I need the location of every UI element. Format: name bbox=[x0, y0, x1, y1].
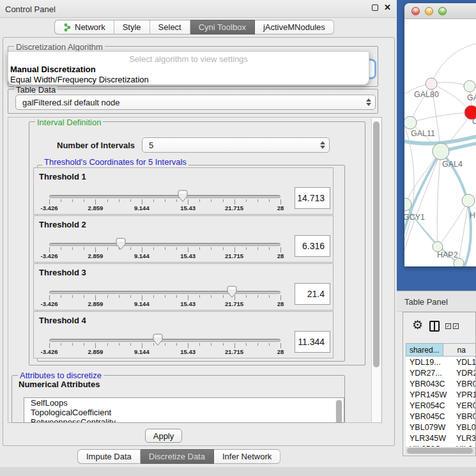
tick-label: 2.859 bbox=[88, 204, 104, 211]
table-row[interactable]: YBR043CYBR0 bbox=[406, 378, 476, 389]
tick-label: 2.859 bbox=[88, 348, 104, 355]
network-edge[interactable] bbox=[431, 43, 476, 84]
attribute-list-item[interactable]: BetweennessCentrality bbox=[24, 417, 344, 423]
table-data-group-title: Table Data bbox=[14, 85, 58, 95]
threshold-label: Threshold 2 bbox=[39, 220, 86, 229]
interval-definition-title: Interval Definition bbox=[35, 118, 103, 127]
slider-track[interactable] bbox=[49, 243, 280, 246]
tick-label: 9.144 bbox=[134, 300, 150, 307]
dropdown-item-manual[interactable]: Manual Discretization bbox=[10, 65, 96, 74]
combo-arrows-icon bbox=[366, 98, 371, 106]
threshold-label: Threshold 1 bbox=[39, 172, 86, 181]
app-window: Control Panel ✕ Network Style Select Cyn… bbox=[0, 0, 476, 476]
dropdown-item-equal-width[interactable]: Equal Width/Frequency Discretization bbox=[10, 75, 149, 84]
threshold-panel: Threshold 1-3.4262.8599.14415.4321.71528… bbox=[33, 167, 334, 215]
numerical-attributes-label: Numerical Attributes bbox=[19, 380, 100, 389]
table-row[interactable]: YDL19...YDL1 bbox=[406, 357, 476, 367]
table-row[interactable]: YLR345WYLR3 bbox=[406, 433, 476, 443]
threshold-value-field[interactable]: 14.713 bbox=[295, 187, 330, 209]
threshold-value-field[interactable]: 21.4 bbox=[295, 283, 330, 305]
attribute-list-item[interactable]: SelfLoops bbox=[24, 398, 344, 408]
checkbox-icon[interactable]: ✓ bbox=[445, 323, 451, 329]
table-toolbar: ⚙ ✓ ✓ bbox=[403, 312, 476, 341]
tick-label: 9.144 bbox=[134, 252, 150, 259]
num-intervals-combobox[interactable]: 5 bbox=[142, 137, 330, 153]
network-node[interactable] bbox=[462, 194, 475, 207]
slider-track[interactable] bbox=[49, 291, 280, 294]
tick-label: 9.144 bbox=[134, 348, 150, 355]
threshold-label: Threshold 3 bbox=[39, 268, 86, 277]
tab-jactivemnodules[interactable]: jActiveMNodules bbox=[255, 20, 334, 35]
tick-label: 28 bbox=[277, 204, 284, 211]
network-window-titlebar[interactable] bbox=[404, 3, 476, 19]
close-icon[interactable]: ✕ bbox=[384, 4, 391, 11]
tab-infer-network[interactable]: Infer Network bbox=[214, 449, 280, 464]
attributes-scrollbar[interactable] bbox=[335, 399, 342, 423]
table-row[interactable]: YDR27...YDR2 bbox=[406, 367, 476, 378]
apply-button[interactable]: Apply bbox=[145, 429, 182, 443]
table-panel-body: ⚙ ✓ ✓ shared... na YDL19...YDL1YDR27...Y… bbox=[403, 312, 476, 456]
tick-label: -3.426 bbox=[41, 300, 58, 307]
gear-icon[interactable]: ⚙ bbox=[412, 318, 423, 332]
network-edge[interactable] bbox=[441, 151, 471, 266]
slider-tick-labels: -3.4262.8599.14415.4321.71528 bbox=[49, 348, 280, 356]
threshold-value-field[interactable]: 11.344 bbox=[295, 331, 330, 353]
vertical-scrollbar-thumb[interactable] bbox=[373, 121, 380, 367]
tab-style[interactable]: Style bbox=[114, 20, 150, 35]
network-node-label: GCY1 bbox=[404, 213, 425, 222]
threshold-panel: Threshold 4-3.4262.8599.14415.4321.71528… bbox=[33, 311, 334, 358]
attribute-list-item[interactable]: TopologicalCoefficient bbox=[24, 408, 344, 417]
table-data-combo-value: galFiltered.sif default node bbox=[22, 98, 119, 107]
column-header-shared-name[interactable]: shared... bbox=[406, 343, 443, 357]
network-edge[interactable] bbox=[459, 201, 468, 263]
column-layout-icon[interactable] bbox=[429, 321, 440, 332]
network-node[interactable] bbox=[433, 143, 449, 160]
network-edge[interactable] bbox=[410, 112, 472, 123]
network-node[interactable] bbox=[426, 78, 437, 89]
checkbox-icon[interactable]: ✓ bbox=[453, 323, 459, 329]
network-node[interactable] bbox=[464, 81, 475, 92]
tab-cyni-toolbox[interactable]: Cyni Toolbox bbox=[190, 20, 255, 35]
slider-tick-labels: -3.4262.8599.14415.4321.71528 bbox=[49, 300, 280, 308]
table-panel-header: Table Panel bbox=[397, 291, 476, 312]
zoom-traffic-light[interactable] bbox=[438, 7, 447, 15]
column-header-name[interactable]: na bbox=[443, 343, 476, 357]
horizontal-scrollbar-thumb[interactable] bbox=[407, 448, 473, 454]
table-row[interactable]: YIL052CYIL0 bbox=[406, 443, 476, 447]
network-view-background: GAL80GACGAL11GAL4GCY1HHAP2 bbox=[397, 0, 476, 291]
network-edge[interactable] bbox=[437, 151, 441, 247]
tick-label: 28 bbox=[277, 300, 284, 307]
cyni-mode-tabs: Impute Data Discretize Data Infer Networ… bbox=[77, 449, 280, 464]
table-data-combobox[interactable]: galFiltered.sif default node bbox=[15, 95, 376, 110]
tab-impute-data[interactable]: Impute Data bbox=[77, 449, 141, 464]
tab-select[interactable]: Select bbox=[150, 20, 190, 35]
network-node[interactable] bbox=[454, 258, 464, 266]
horizontal-scrollbar[interactable] bbox=[406, 447, 476, 454]
threshold-panel: Threshold 2-3.4262.8599.14415.4321.71528… bbox=[33, 215, 334, 263]
table-row[interactable]: YBR045CYBR0 bbox=[406, 411, 476, 422]
tick-label: 15.43 bbox=[180, 300, 196, 307]
tick-label: 21.715 bbox=[225, 252, 243, 259]
minimize-traffic-light[interactable] bbox=[425, 7, 433, 15]
table-row[interactable]: YPR145WYPR1 bbox=[406, 389, 476, 400]
threshold-value-field[interactable]: 6.316 bbox=[295, 235, 330, 257]
network-node-label: GAL80 bbox=[414, 90, 439, 99]
close-traffic-light[interactable] bbox=[411, 7, 420, 15]
slider-track[interactable] bbox=[49, 195, 280, 198]
numerical-attributes-list[interactable]: SelfLoopsTopologicalCoefficientBetweenne… bbox=[24, 397, 344, 423]
network-edge[interactable] bbox=[438, 201, 468, 247]
table-row[interactable]: YBL079WYBL0 bbox=[406, 422, 476, 433]
tab-network[interactable]: Network bbox=[54, 20, 114, 35]
network-graph[interactable]: GAL80GACGAL11GAL4GCY1HHAP2 bbox=[404, 19, 476, 266]
tab-discretize-data[interactable]: Discretize Data bbox=[141, 449, 214, 464]
table-row[interactable]: YER054CYER0 bbox=[406, 400, 476, 411]
slider-track[interactable] bbox=[49, 339, 280, 342]
network-node-label: C bbox=[472, 117, 476, 126]
panel-title: Control Panel bbox=[5, 4, 56, 14]
float-panel-icon[interactable] bbox=[372, 4, 378, 11]
tick-label: 28 bbox=[277, 348, 284, 355]
network-node[interactable] bbox=[404, 116, 417, 129]
vertical-scrollbar[interactable] bbox=[371, 118, 381, 423]
slider-tick-labels: -3.4262.8599.14415.4321.71528 bbox=[49, 204, 280, 212]
tab-network-label: Network bbox=[75, 22, 105, 32]
